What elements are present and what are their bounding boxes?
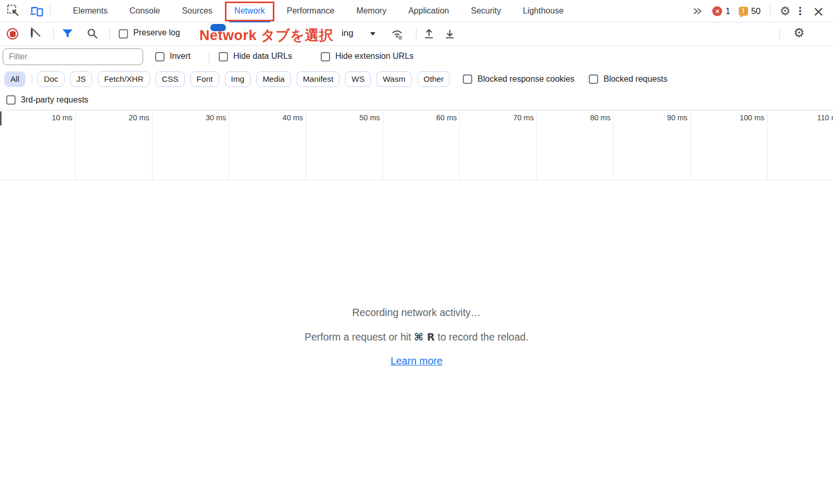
divider	[779, 28, 780, 40]
tab-label: Sources	[182, 6, 212, 15]
timeline-column: 110 ms	[767, 110, 833, 180]
timeline-column: 60 ms	[383, 110, 460, 180]
empty-state-hint: Perform a request or hit ⌘ R to record t…	[0, 331, 833, 343]
tab-strip: ElementsConsoleSourcesNetworkPerformance…	[62, 0, 575, 22]
tab-network[interactable]: Network	[223, 0, 276, 22]
hint-shortcut: ⌘ R	[414, 331, 435, 343]
third-party-requests-checkbox[interactable]	[6, 95, 16, 105]
invert-checkbox[interactable]	[155, 52, 165, 61]
record-icon[interactable]	[7, 28, 18, 40]
timeline-column: 100 ms	[691, 110, 768, 180]
timeline-column: 90 ms	[614, 110, 691, 180]
timeline-column: 30 ms	[153, 110, 230, 180]
annotation-highlight-box	[225, 2, 274, 21]
blocked-requests-group: Blocked requests	[589, 74, 667, 84]
timeline-column: 50 ms	[306, 110, 383, 180]
type-filter-pill-doc[interactable]: Doc	[37, 71, 65, 87]
import-har-icon[interactable]	[423, 28, 435, 40]
tab-security[interactable]: Security	[460, 0, 512, 22]
timeline-tick-label: 40 ms	[283, 114, 304, 122]
type-filter-pill-img[interactable]: Img	[225, 71, 251, 87]
hide-data-urls-checkbox[interactable]	[219, 52, 228, 61]
clear-icon[interactable]	[31, 28, 33, 37]
inspect-icon[interactable]	[5, 3, 22, 19]
blocked-response-cookies-checkbox[interactable]	[463, 74, 472, 84]
tab-label: Elements	[73, 6, 108, 15]
blocked-requests-label: Blocked requests	[603, 74, 667, 84]
timeline-tick-label: 10 ms	[52, 114, 73, 122]
pill-list: AllDocJSFetch/XHRCSSFontImgMediaManifest…	[4, 71, 456, 87]
type-filter-pill-ws[interactable]: WS	[345, 71, 371, 87]
blocked-response-cookies-group: Blocked response cookies	[463, 74, 574, 84]
type-filter-pill-wasm[interactable]: Wasm	[376, 71, 411, 87]
more-menu-icon[interactable]	[793, 3, 807, 19]
timeline-tick-label: 50 ms	[359, 114, 380, 122]
settings-gear-icon[interactable]: ⚙	[777, 3, 793, 19]
tab-lighthouse[interactable]: Lighthouse	[512, 0, 574, 22]
tab-application[interactable]: Application	[397, 0, 460, 22]
divider	[32, 74, 32, 84]
hide-extension-urls-checkbox[interactable]	[321, 52, 330, 61]
divider	[209, 51, 209, 64]
tab-label: Application	[408, 6, 449, 15]
type-filter-pill-all[interactable]: All	[4, 71, 26, 87]
tab-label: Memory	[356, 6, 386, 15]
third-party-requests-label: 3rd-party requests	[21, 95, 89, 105]
blocked-response-cookies-label: Blocked response cookies	[477, 74, 574, 84]
network-panel-body: Recording network activity… Perform a re…	[0, 180, 833, 502]
hide-extension-urls-label: Hide extension URLs	[335, 52, 413, 61]
device-toolbar-icon[interactable]	[28, 3, 45, 19]
search-icon[interactable]	[86, 28, 99, 40]
type-filter-pill-media[interactable]: Media	[256, 71, 291, 87]
filter-funnel-icon[interactable]	[61, 28, 74, 40]
error-count: 1	[725, 6, 730, 16]
more-tabs-icon[interactable]	[690, 3, 704, 19]
throttling-select[interactable]: ing	[342, 28, 354, 39]
empty-state: Recording network activity… Perform a re…	[0, 180, 833, 367]
divider	[109, 28, 110, 40]
divider	[416, 28, 416, 40]
preserve-log-checkbox[interactable]	[119, 29, 128, 39]
network-conditions-icon[interactable]: ⚙	[390, 28, 405, 41]
tab-console[interactable]: Console	[119, 0, 171, 22]
tab-label: Performance	[287, 6, 335, 15]
timeline-column: 40 ms	[229, 110, 306, 180]
tab-label: Lighthouse	[523, 6, 563, 15]
network-overview-timeline[interactable]: 10 ms20 ms30 ms40 ms50 ms60 ms70 ms80 ms…	[0, 110, 833, 180]
type-filter-pill-fetch-xhr[interactable]: Fetch/XHR	[98, 71, 150, 87]
type-filter-pill-font[interactable]: Font	[191, 71, 219, 87]
type-filter-pill-js[interactable]: JS	[70, 71, 92, 87]
chevron-down-icon[interactable]	[370, 32, 375, 35]
network-settings-gear-icon[interactable]: ⚙	[793, 26, 805, 40]
hint-prefix: Perform a request or hit	[305, 331, 414, 343]
tab-elements[interactable]: Elements	[62, 0, 119, 22]
timeline-tick-label: 30 ms	[206, 114, 226, 122]
warning-badge[interactable]: ! 50	[739, 6, 761, 16]
network-toolbar: Preserve log Network タブを選択 ing ⚙ ⚙	[0, 22, 833, 46]
timeline-tick-label: 110 ms	[817, 114, 833, 122]
tab-label: Console	[130, 6, 160, 15]
filter-input[interactable]	[3, 48, 143, 65]
divider	[53, 28, 54, 40]
warning-count: 50	[751, 6, 761, 16]
type-filter-pill-css[interactable]: CSS	[156, 71, 185, 87]
tab-performance[interactable]: Performance	[276, 0, 346, 22]
learn-more-link[interactable]: Learn more	[390, 355, 443, 367]
export-har-icon[interactable]	[444, 28, 456, 40]
timeline-tick-label: 90 ms	[667, 114, 688, 122]
timeline-tick-label: 80 ms	[590, 114, 611, 122]
tab-memory[interactable]: Memory	[345, 0, 397, 22]
error-badge[interactable]: × 1	[712, 6, 730, 16]
close-icon[interactable]: ×	[810, 3, 827, 19]
empty-state-title: Recording network activity…	[0, 307, 833, 319]
hide-data-urls-label: Hide data URLs	[233, 52, 292, 61]
timeline-tick-label: 60 ms	[436, 114, 457, 122]
type-filter-bar: AllDocJSFetch/XHRCSSFontImgMediaManifest…	[0, 69, 833, 90]
devtools-tab-bar: ElementsConsoleSourcesNetworkPerformance…	[0, 0, 833, 22]
divider	[770, 5, 771, 17]
timeline-column: 20 ms	[75, 110, 153, 180]
blocked-requests-checkbox[interactable]	[589, 74, 598, 84]
tab-sources[interactable]: Sources	[171, 0, 223, 22]
type-filter-pill-other[interactable]: Other	[418, 71, 450, 87]
type-filter-pill-manifest[interactable]: Manifest	[297, 71, 340, 87]
